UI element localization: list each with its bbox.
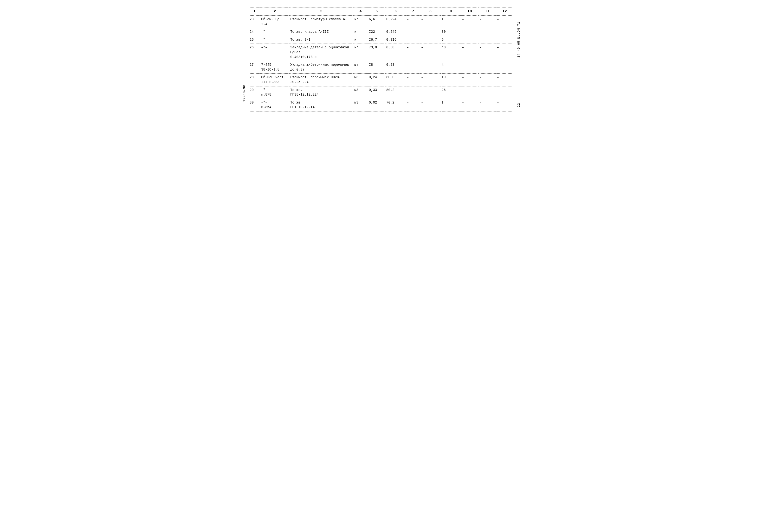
cell-col7: – [406, 44, 420, 61]
cell-col12: – [496, 28, 513, 36]
cell-col8: – [420, 16, 441, 28]
cell-col12: – [496, 61, 513, 74]
cell-num: 25 [249, 36, 260, 44]
cell-col5: I8 [368, 61, 386, 74]
cell-col11: – [479, 16, 496, 28]
cell-col9: 30 [441, 28, 461, 36]
cell-desc: То же.ПП38-I2.I2.224 [289, 86, 353, 99]
cell-col10: – [461, 74, 479, 86]
cell-col11: – [479, 99, 496, 111]
cell-num: 27 [249, 61, 260, 74]
cell-unit: кг [353, 36, 368, 44]
col-header-2: 2 [260, 7, 289, 16]
cell-ref: Сб.цен часть III п.883 [260, 74, 289, 86]
cell-unit: м3 [353, 86, 368, 99]
cell-col12: – [496, 36, 513, 44]
cell-ref: –"– [260, 44, 289, 61]
cell-ref: –"– [260, 36, 289, 44]
cell-col8: – [420, 74, 441, 86]
cell-col8: – [420, 44, 441, 61]
table-row: 25–"–То же, В-IкгI6,70,3I6––5––– [249, 36, 513, 44]
cell-desc: То же, класса А-III [289, 28, 353, 36]
cell-col8: – [420, 36, 441, 44]
cell-col7: – [406, 28, 420, 36]
cell-col5: 6,6 [368, 16, 386, 28]
cell-col6: 0,3I6 [385, 36, 406, 44]
cell-col10: – [461, 36, 479, 44]
cell-col9: 4 [441, 61, 461, 74]
cell-desc: Стоимость арматуры класса А-I [289, 16, 353, 28]
cell-col12: – [496, 44, 513, 61]
cell-col12: – [496, 86, 513, 99]
cell-col10: – [461, 28, 479, 36]
cell-col7: – [406, 61, 420, 74]
header-row: I 2 3 4 5 6 7 8 9 IO II I2 [249, 7, 513, 16]
cell-ref: 7-44538-IO-I,8 [260, 61, 289, 74]
cell-col6: 0,224 [385, 16, 406, 28]
cell-col8: – [420, 28, 441, 36]
cell-col12: – [496, 74, 513, 86]
cell-col7: – [406, 86, 420, 99]
cell-col5: 0,24 [368, 74, 386, 86]
table-row: 26–"–Закладные детали с оцинковкойЦена:0… [249, 44, 513, 61]
cell-unit: кг [353, 16, 368, 28]
table-row: 29–"–п.878То же.ПП38-I2.I2.224м30,3380,2… [249, 86, 513, 99]
cell-col11: – [479, 61, 496, 74]
cell-col5: I6,7 [368, 36, 386, 44]
cell-col7: – [406, 36, 420, 44]
cell-col8: – [420, 99, 441, 111]
cell-num: 23 [249, 16, 260, 28]
cell-col5: 0,33 [368, 86, 386, 99]
cell-num: 30 [249, 99, 260, 111]
cell-col5: 0,02 [368, 99, 386, 111]
side-label-top: 34-49 65 ШасОМ 71 [517, 22, 521, 58]
col-header-8: 8 [420, 7, 441, 16]
table-row: 277-44538-IO-I,8Укладка ж/бетон-ных пере… [249, 61, 513, 74]
cell-ref: –"– [260, 28, 289, 36]
col-header-6: 6 [385, 7, 406, 16]
cell-unit: м3 [353, 99, 368, 111]
cell-col9: I [441, 99, 461, 111]
cell-col9: 5 [441, 36, 461, 44]
cell-col11: – [479, 36, 496, 44]
cell-col11: – [479, 28, 496, 36]
cell-col12: – [496, 16, 513, 28]
cell-unit: шт [353, 61, 368, 74]
cell-col6: 80,2 [385, 86, 406, 99]
cell-col6: 80,0 [385, 74, 406, 86]
table-row: 23Сб.см. цен т.4Стоимость арматуры класс… [249, 16, 513, 28]
cell-col6: 70,2 [385, 99, 406, 111]
cell-desc: Закладные детали с оцинковкойЦена:0,408+… [289, 44, 353, 61]
cell-desc: Укладка ж/бетон-ных перемычек до 0,3т [289, 61, 353, 74]
cell-col10: – [461, 86, 479, 99]
cell-col5: 73,8 [368, 44, 386, 61]
cell-desc: То же, В-I [289, 36, 353, 44]
cell-col9: 43 [441, 44, 461, 61]
cell-col11: – [479, 86, 496, 99]
cell-num: 29 [249, 86, 260, 99]
cell-col10: – [461, 61, 479, 74]
cell-unit: м3 [353, 74, 368, 86]
cell-col9: I [441, 16, 461, 28]
cell-ref: Сб.см. цен т.4 [260, 16, 289, 28]
cell-num: 24 [249, 28, 260, 36]
cell-col7: – [406, 74, 420, 86]
col-header-9: 9 [441, 7, 461, 16]
cell-unit: кг [353, 28, 368, 36]
cell-col12: – [496, 99, 513, 111]
table-row: 28Сб.цен часть III п.883Стоимость перемы… [249, 74, 513, 86]
cell-col6: 0,245 [385, 28, 406, 36]
cell-col11: – [479, 74, 496, 86]
cell-unit: кг [353, 44, 368, 61]
cell-desc: Стоимость перемычек ПП28-20.25-224 [289, 74, 353, 86]
cell-col9: I9 [441, 74, 461, 86]
col-header-4: 4 [353, 7, 368, 16]
main-table: I 2 3 4 5 6 7 8 9 IO II I2 23Сб.см. цен … [249, 7, 513, 112]
col-header-7: 7 [406, 7, 420, 16]
cell-desc: То жеПП1-I0.I2.I4 [289, 99, 353, 111]
col-header-3: 3 [289, 7, 353, 16]
cell-col7: – [406, 16, 420, 28]
col-header-10: IO [461, 7, 479, 16]
col-header-11: II [479, 7, 496, 16]
col-header-5: 5 [368, 7, 386, 16]
